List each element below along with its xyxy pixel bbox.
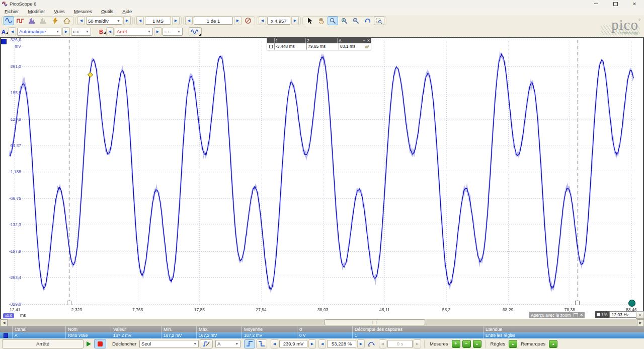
edit-measure-button[interactable]: ▲ xyxy=(473,340,481,348)
pretrigger-down-button[interactable]: ◀ xyxy=(318,339,326,348)
menu-item-modifier[interactable]: Modifier xyxy=(24,8,50,15)
add-measure-button[interactable]: + xyxy=(452,340,460,348)
rising-edge-button[interactable] xyxy=(244,339,255,348)
popout-icon[interactable] xyxy=(574,313,578,317)
zoom-overview-bar[interactable]: Aperçu avec le zoom ✕ xyxy=(529,312,585,318)
buffer-position-box[interactable]: 1 de 1 xyxy=(194,17,233,25)
trigger-source-select[interactable]: A▼ xyxy=(215,340,240,348)
normal-cursor-button[interactable] xyxy=(304,16,315,25)
home-button[interactable] xyxy=(61,16,72,25)
delay-down-button[interactable]: ◀ xyxy=(379,339,386,348)
channel-b-coupling-select[interactable]: c.c.▼ xyxy=(163,28,183,36)
start-capture-button[interactable] xyxy=(87,341,91,346)
notes-button[interactable]: ▲ xyxy=(549,340,557,348)
zoom-in-button[interactable] xyxy=(339,16,350,25)
bottom-toolbar: Arrêté Déclencher Seul▼ A▼ ◀ 239,9 mV ▶ … xyxy=(0,338,644,349)
buffer-next-button[interactable]: ▶ xyxy=(234,16,242,25)
menu-item-outils[interactable]: Outils xyxy=(97,8,118,15)
ruler-legend-minimize-button[interactable]: − xyxy=(362,38,366,43)
signal-generator-button[interactable] xyxy=(189,27,202,36)
menu-item-vues[interactable]: Vues xyxy=(49,8,69,15)
undo-zoom-button[interactable] xyxy=(362,16,373,25)
menu-item-mesures[interactable]: Mesures xyxy=(69,8,97,15)
timebase-decrease-button[interactable]: ◀ xyxy=(77,16,85,25)
minimize-button[interactable] xyxy=(587,0,606,8)
axis-options-button[interactable]: ▼ xyxy=(636,311,644,319)
checkbox-icon[interactable] xyxy=(597,313,600,316)
trigger-mode-select[interactable]: Seul▼ xyxy=(139,340,199,348)
pretrigger-box[interactable]: 53,228 % xyxy=(327,340,356,348)
channel-a-label[interactable]: A xyxy=(0,29,8,35)
ruler-legend-close-button[interactable]: ✕ xyxy=(366,38,371,43)
measure-cell-capture_count: 1 xyxy=(352,332,483,338)
channel-a-range-down-button[interactable]: ◀ xyxy=(9,27,16,36)
post-trigger-delay-button[interactable] xyxy=(366,339,378,348)
time-ruler-handle-1[interactable] xyxy=(67,301,71,305)
pointer-tools-group xyxy=(302,16,386,25)
spectrum-view-button[interactable] xyxy=(27,16,37,25)
notes-label: Remarques xyxy=(521,341,545,346)
menu-bar: FichierModifierVuesMesuresOutilsAide xyxy=(0,8,644,15)
hand-tool-button[interactable] xyxy=(316,16,327,25)
zoom-tool-button[interactable] xyxy=(328,16,338,25)
delay-up-button[interactable]: ▶ xyxy=(414,339,421,348)
persistence-view-button[interactable] xyxy=(38,16,49,25)
stop-capture-button[interactable] xyxy=(94,339,106,348)
frequency-legend-label[interactable]: 1/Δ xyxy=(595,311,609,318)
channel-b-range-up-button[interactable]: ▶ xyxy=(154,27,162,36)
measurement-row[interactable]: ARMS vraie167,2 mV167,2 mV167,2 mV167,2 … xyxy=(0,332,644,338)
measure-cell-scope: Entre les règles xyxy=(483,332,644,338)
trigger-level-box[interactable]: 239,9 mV xyxy=(279,340,307,348)
remove-measure-button[interactable]: − xyxy=(462,340,471,348)
channel-b-label[interactable]: B xyxy=(98,29,106,35)
y-tick-label: 129,9 xyxy=(0,117,21,122)
zoom-increase-button[interactable]: ▶ xyxy=(291,16,299,25)
measure-cell-sigma: 0 V xyxy=(297,332,352,338)
scroll-right-button[interactable]: ▶ xyxy=(637,319,644,326)
advanced-trigger-button[interactable] xyxy=(200,339,213,348)
close-button[interactable]: ✕ xyxy=(625,0,644,8)
ruler-legend[interactable]: 1 2 Δ −✕ -3,448 ms 79,65 ms 83,1 ms xyxy=(267,38,371,50)
zoom-overview-close-button[interactable]: ✕ xyxy=(580,313,583,317)
trigger-level-down-button[interactable]: ◀ xyxy=(271,339,278,348)
auto-setup-button[interactable] xyxy=(50,16,60,25)
time-ruler-handle-2[interactable] xyxy=(575,301,580,305)
scroll-left-button[interactable]: ◀ xyxy=(1,319,8,326)
scope-view[interactable]: mV 1 2 Δ −✕ -3,448 ms 79,65 ms 83,1 ms A… xyxy=(0,37,644,319)
zoom-factor-box[interactable]: x 4,957 xyxy=(267,17,290,25)
measurements-header-row: CanalNomValeurMin.Max.MoyenneσDécompte d… xyxy=(0,326,644,332)
samples-increase-button[interactable]: ▶ xyxy=(172,16,180,25)
sample-count-box[interactable]: 1 MS xyxy=(145,17,171,25)
waveform-canvas[interactable] xyxy=(0,37,644,319)
channel-a-range-select[interactable]: Automatique▼ xyxy=(17,28,61,36)
pretrigger-up-button[interactable]: ▶ xyxy=(357,339,365,348)
channel-a-color-swatch xyxy=(4,333,8,338)
y-tick-label: -66,75 xyxy=(0,196,21,201)
channel-a-coupling-select[interactable]: c.c.▼ xyxy=(71,28,91,36)
channel-a-range-up-button[interactable]: ▶ xyxy=(62,27,70,36)
channel-b-range-select[interactable]: Arrêt▼ xyxy=(115,28,153,36)
buffer-navigator-button[interactable] xyxy=(243,16,253,25)
measure-header-icon-cell xyxy=(0,326,12,332)
trigger-level-up-button[interactable]: ▶ xyxy=(308,339,316,348)
samples-decrease-button[interactable]: ◀ xyxy=(136,16,144,25)
buffer-prev-button[interactable]: ◀ xyxy=(185,16,193,25)
trigger-label: Déclencher xyxy=(112,341,136,346)
marquee-zoom-button[interactable] xyxy=(374,16,384,25)
menu-item-fichier[interactable]: Fichier xyxy=(0,8,24,15)
y-tick-label: -263,4 xyxy=(0,275,21,280)
zoom-decrease-button[interactable]: ◀ xyxy=(259,16,266,25)
channel-b-range-down-button[interactable]: ◀ xyxy=(106,27,114,36)
zoom-out-button[interactable] xyxy=(351,16,361,25)
menu-item-aide[interactable]: Aide xyxy=(118,8,136,15)
scrollbar-thumb[interactable]: ❘❘ xyxy=(325,319,425,325)
rulers-button[interactable]: ▲ xyxy=(509,340,517,348)
delay-box[interactable]: 0 s xyxy=(387,340,413,348)
falling-edge-button[interactable] xyxy=(256,339,267,348)
scope-view-button[interactable] xyxy=(4,16,14,25)
square-wave-view-button[interactable] xyxy=(15,16,26,25)
h-scrollbar[interactable]: ◀ ❘❘ ▶ xyxy=(0,319,644,326)
timebase-select[interactable]: 50 ms/div▼ xyxy=(86,17,122,25)
timebase-increase-button[interactable]: ▶ xyxy=(123,16,131,25)
maximize-button[interactable] xyxy=(606,0,625,8)
